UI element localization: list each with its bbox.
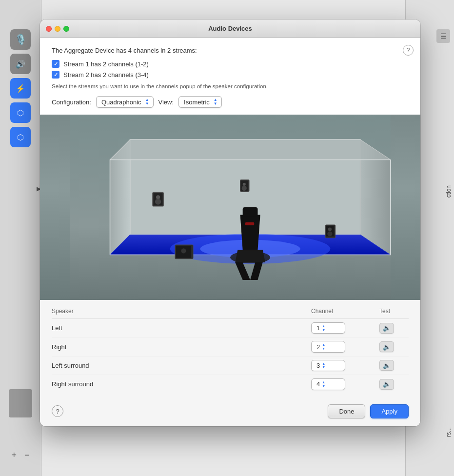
done-button[interactable]: Done <box>328 404 365 418</box>
test-right-button[interactable]: 🔈 <box>379 341 394 352</box>
table-row: Right surround 4 ▲ ▼ 🔈 <box>52 375 409 393</box>
test-left-surround-cell: 🔈 <box>379 360 409 371</box>
speaker-right-surround-label: Right surround <box>52 380 311 388</box>
stream2-checkbox[interactable] <box>52 71 59 79</box>
close-button[interactable] <box>46 26 52 32</box>
sidebar-icon-mic[interactable]: 🎙️ <box>10 29 31 50</box>
dialog: Audio Devices ? The Aggregate Device has… <box>40 20 420 426</box>
configuration-popup[interactable]: Quadraphonic ▲ ▼ <box>96 96 154 108</box>
test-right-surround-button[interactable]: 🔈 <box>379 379 394 390</box>
view-down-arrow: ▼ <box>214 102 217 106</box>
svg-marker-27 <box>235 250 265 262</box>
help-button[interactable]: ? <box>52 405 63 417</box>
channel-left-cell: 1 ▲ ▼ <box>311 322 379 334</box>
channel-left-surround-cell: 3 ▲ ▼ <box>311 360 379 371</box>
stream1-checkbox[interactable] <box>52 60 59 68</box>
aggregate-info-text: The Aggregate Device has 4 channels in 2… <box>52 47 409 54</box>
header-channel: Channel <box>311 308 379 315</box>
view-label: View: <box>158 99 174 106</box>
svg-marker-26 <box>240 215 260 250</box>
table-row: Left surround 3 ▲ ▼ 🔈 <box>52 357 409 375</box>
channel-left-arrows: ▲ ▼ <box>322 324 325 332</box>
3d-visualization <box>40 115 420 300</box>
channel-right-surround-cell: 4 ▲ ▼ <box>311 378 379 390</box>
svg-rect-29 <box>245 222 254 225</box>
table-header: Speaker Channel Test <box>52 308 409 319</box>
header-speaker: Speaker <box>52 308 311 315</box>
channel-left-select[interactable]: 1 ▲ ▼ <box>311 322 345 334</box>
remove-device-button[interactable]: − <box>20 449 34 461</box>
config-down-arrow: ▼ <box>145 102 149 106</box>
channel-right-surround-select[interactable]: 4 ▲ ▼ <box>311 378 345 390</box>
view-popup-arrows: ▲ ▼ <box>214 98 217 106</box>
channel-right-surround-up: ▲ <box>322 380 325 384</box>
speaker-right-label: Right <box>52 343 311 351</box>
test-left-surround-button[interactable]: 🔈 <box>379 360 394 371</box>
stream2-item: Stream 2 has 2 channels (3-4) <box>52 71 409 79</box>
channel-right-down: ▼ <box>322 347 325 351</box>
add-device-button[interactable]: + <box>7 449 20 461</box>
right-panel-bottom-text: rs... <box>445 427 452 437</box>
maximize-button[interactable] <box>63 26 69 32</box>
test-right-cell: 🔈 <box>379 341 409 352</box>
traffic-lights <box>46 26 69 32</box>
channel-left-surround-down: ▼ <box>322 365 325 369</box>
sidebar-icon-usb[interactable]: ⚡ <box>10 78 31 99</box>
sidebar-icon-bluetooth2[interactable]: ⬡ <box>10 127 31 147</box>
svg-point-16 <box>243 183 246 186</box>
test-left-button[interactable]: 🔈 <box>379 323 394 334</box>
svg-point-20 <box>328 228 332 231</box>
channel-left-surround-value: 3 <box>316 362 320 369</box>
channel-right-select[interactable]: 2 ▲ ▼ <box>311 341 345 352</box>
dialog-footer: ? Done Apply <box>40 398 420 426</box>
stream1-label: Stream 1 has 2 channels (1-2) <box>63 60 149 68</box>
window-background: 🎙️ 🔊 ⚡ ⬡ ⬡ + − ☰ ction rs... ▶ + <box>0 0 454 476</box>
svg-marker-5 <box>110 139 391 159</box>
test-right-surround-cell: 🔈 <box>379 379 409 390</box>
svg-point-12 <box>156 195 160 199</box>
channel-left-down: ▼ <box>322 328 325 332</box>
stream2-label: Stream 2 has 2 channels (3-4) <box>63 71 149 79</box>
channel-right-up: ▲ <box>322 343 325 347</box>
config-label: Configuration: <box>52 99 91 106</box>
config-value: Quadraphonic <box>101 99 141 106</box>
sidebar-icon-bluetooth1[interactable]: ⬡ <box>10 102 31 123</box>
speaker-left-surround-label: Left surround <box>52 362 311 369</box>
minimize-button[interactable] <box>55 26 60 32</box>
test-left-cell: 🔈 <box>379 323 409 334</box>
footer-buttons: Done Apply <box>328 404 409 418</box>
title-bar: Audio Devices <box>40 20 420 38</box>
table-row: Right 2 ▲ ▼ 🔈 <box>52 337 409 356</box>
view-value: Isometric <box>184 99 210 106</box>
svg-rect-28 <box>243 207 258 216</box>
channel-left-value: 1 <box>316 324 320 332</box>
help-corner-button[interactable]: ? <box>403 45 414 56</box>
channel-left-up: ▲ <box>322 324 325 328</box>
sidebar-icon-speaker[interactable]: 🔊 <box>10 54 31 74</box>
apply-button[interactable]: Apply <box>370 404 409 418</box>
channel-left-surround-select[interactable]: 3 ▲ ▼ <box>311 360 345 371</box>
speaker-table: Speaker Channel Test Left 1 ▲ ▼ <box>40 300 420 398</box>
speaker-left-label: Left <box>52 324 311 332</box>
view-popup[interactable]: Isometric ▲ ▼ <box>178 96 222 108</box>
channel-right-surround-down: ▼ <box>322 384 325 388</box>
table-row: Left 1 ▲ ▼ 🔈 <box>52 319 409 337</box>
right-panel-action-text: ction <box>445 185 452 198</box>
svg-point-21 <box>327 231 332 236</box>
channel-left-surround-arrows: ▲ ▼ <box>322 362 325 369</box>
add-remove-bar: + − <box>7 449 33 461</box>
svg-point-24 <box>181 248 186 253</box>
right-panel-list-icon[interactable]: ☰ <box>436 29 450 43</box>
channel-right-surround-arrows: ▲ ▼ <box>322 380 325 388</box>
channel-right-surround-value: 4 <box>316 380 320 388</box>
config-row: Configuration: Quadraphonic ▲ ▼ View: Is… <box>52 96 409 108</box>
header-test: Test <box>379 308 409 315</box>
window-title: Audio Devices <box>208 25 252 32</box>
dialog-top-content: The Aggregate Device has 4 channels in 2… <box>40 38 420 115</box>
channel-right-value: 2 <box>316 343 320 351</box>
config-popup-arrows: ▲ ▼ <box>145 98 149 106</box>
svg-point-13 <box>155 199 161 205</box>
select-streams-note: Select the streams you want to use in th… <box>52 83 409 89</box>
sidebar-icon-device-thumb <box>9 389 32 417</box>
channel-right-arrows: ▲ ▼ <box>322 343 325 350</box>
